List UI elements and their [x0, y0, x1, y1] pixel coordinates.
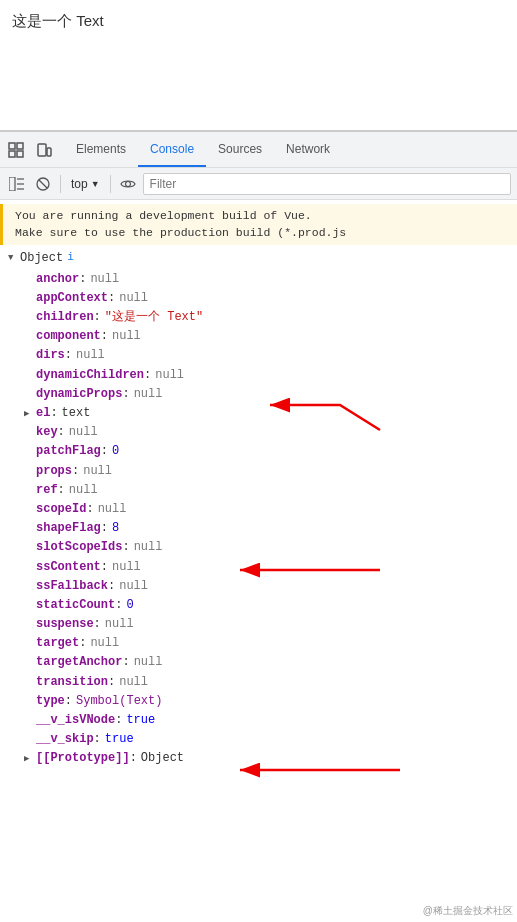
filter-input[interactable]	[143, 173, 511, 195]
devtools-icon-group	[4, 138, 56, 162]
prop-dirs: dirs : null	[0, 346, 517, 365]
object-expand-arrow[interactable]: ▼	[8, 251, 20, 265]
prop-el[interactable]: ▶ el : text	[0, 404, 517, 423]
tab-elements[interactable]: Elements	[64, 132, 138, 167]
console-toolbar: top ▼	[0, 168, 517, 200]
svg-rect-1	[17, 143, 23, 149]
context-selector[interactable]: top ▼	[67, 175, 104, 193]
page-content: 这是一个 Text	[0, 0, 517, 130]
warning-line1: You are running a development build of V…	[15, 209, 312, 222]
clear-console-icon[interactable]	[32, 173, 54, 195]
eye-icon[interactable]	[117, 173, 139, 195]
console-warning: You are running a development build of V…	[0, 204, 517, 245]
tab-sources[interactable]: Sources	[206, 132, 274, 167]
devtools-tab-bar: Elements Console Sources Network	[0, 132, 517, 168]
console-output: You are running a development build of V…	[0, 200, 517, 775]
prop-component: component : null	[0, 327, 517, 346]
prop-targetAnchor: targetAnchor : null	[0, 653, 517, 672]
svg-rect-6	[9, 177, 15, 191]
prop-ref: ref : null	[0, 481, 517, 500]
prop-key: key : null	[0, 423, 517, 442]
tab-console[interactable]: Console	[138, 132, 206, 167]
prop-type: type : Symbol(Text)	[0, 692, 517, 711]
devtools-panel: Elements Console Sources Network	[0, 130, 517, 775]
svg-point-12	[125, 181, 130, 186]
svg-rect-4	[38, 144, 46, 156]
svg-rect-3	[17, 151, 23, 157]
prop-patchFlag: patchFlag : 0	[0, 442, 517, 461]
svg-line-11	[39, 180, 47, 188]
sidebar-toggle-icon[interactable]	[6, 173, 28, 195]
watermark: @稀土掘金技术社区	[423, 904, 513, 918]
prop-children: children : "这是一个 Text"	[0, 308, 517, 327]
prop-anchor: anchor : null	[0, 270, 517, 289]
prop-prototype[interactable]: ▶ [[Prototype]] : Object	[0, 749, 517, 768]
device-toolbar-icon[interactable]	[32, 138, 56, 162]
prop-shapeFlag: shapeFlag : 8	[0, 519, 517, 538]
prop-staticCount: staticCount : 0	[0, 596, 517, 615]
object-info: i	[67, 249, 74, 267]
prop-target: target : null	[0, 634, 517, 653]
context-dropdown-icon: ▼	[91, 179, 100, 189]
svg-rect-2	[9, 151, 15, 157]
prop-scopeId: scopeId : null	[0, 500, 517, 519]
toolbar-divider	[60, 175, 61, 193]
svg-rect-0	[9, 143, 15, 149]
prop-v-skip: __v_skip : true	[0, 730, 517, 749]
prop-v-isvnode: __v_isVNode : true	[0, 711, 517, 730]
prop-suspense: suspense : null	[0, 615, 517, 634]
prop-ssContent: ssContent : null	[0, 558, 517, 577]
prop-dynamicChildren: dynamicChildren : null	[0, 366, 517, 385]
inspect-element-icon[interactable]	[4, 138, 28, 162]
prop-transition: transition : null	[0, 673, 517, 692]
context-value: top	[71, 177, 88, 191]
proto-expand-arrow[interactable]: ▶	[24, 752, 36, 766]
tab-network[interactable]: Network	[274, 132, 342, 167]
prop-ssFallback: ssFallback : null	[0, 577, 517, 596]
prop-slotScopeIds: slotScopeIds : null	[0, 538, 517, 557]
toolbar-divider-2	[110, 175, 111, 193]
warning-line2: Make sure to use the production build (*…	[15, 226, 346, 239]
el-expand-arrow[interactable]: ▶	[24, 407, 36, 421]
prop-props: props : null	[0, 462, 517, 481]
page-title: 这是一个 Text	[12, 12, 104, 31]
prop-appContext: appContext : null	[0, 289, 517, 308]
object-header-row[interactable]: ▼ Object i	[0, 247, 517, 270]
object-label: Object	[20, 249, 63, 268]
svg-rect-5	[47, 148, 51, 156]
prop-dynamicProps: dynamicProps : null	[0, 385, 517, 404]
object-tree: ▼ Object i anchor : null appContext : nu…	[0, 245, 517, 771]
